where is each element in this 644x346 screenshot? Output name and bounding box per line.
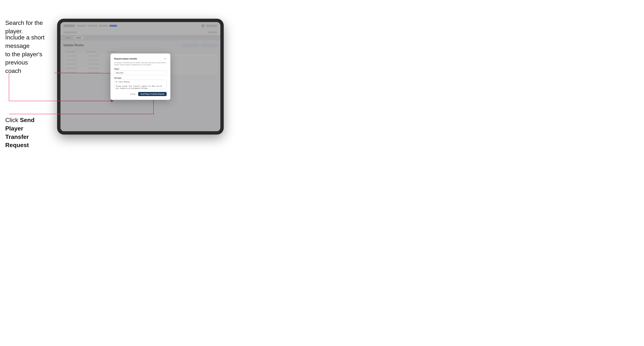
modal-footer: Cancel Send Player Transfer Request (114, 92, 166, 96)
player-search-input[interactable] (114, 71, 166, 75)
modal-close-button[interactable]: ✕ (164, 57, 166, 60)
annotation-message: Include a short messageto the player's p… (5, 33, 54, 75)
send-transfer-request-button[interactable]: Send Player Transfer Request (138, 92, 166, 96)
player-field-label: Player (114, 68, 166, 70)
tablet-screen: Roster Active Update Roster (60, 22, 220, 131)
annotation-click-bold: Send PlayerTransfer Request (5, 117, 34, 149)
annotation-search: Search for the player. (5, 19, 54, 35)
annotation-click: Click Send PlayerTransfer Request (5, 116, 54, 149)
tablet-frame: Roster Active Update Roster (57, 19, 224, 135)
app-background: Roster Active Update Roster (60, 22, 220, 131)
modal-description: If the player is transferring from anoth… (114, 62, 166, 66)
message-textarea[interactable]: Hi Coach McHarg, Please accept this tran… (114, 80, 166, 89)
modal-overlay: Request player transfer ✕ If the player … (60, 22, 220, 131)
transfer-request-modal: Request player transfer ✕ If the player … (110, 53, 170, 100)
cancel-button[interactable]: Cancel (128, 92, 137, 96)
modal-title: Request player transfer (114, 58, 137, 60)
modal-header: Request player transfer ✕ (114, 57, 166, 60)
message-field-label: Message (114, 77, 166, 79)
